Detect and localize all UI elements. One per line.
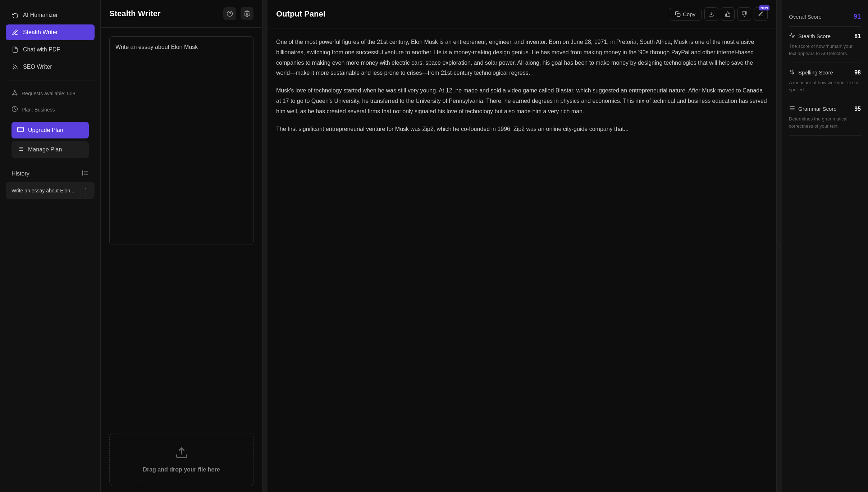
output-panel: Output Panel Copy <box>268 0 777 492</box>
copy-label: Copy <box>683 11 695 17</box>
spelling-score-desc: A measure of how well your text is spell… <box>789 79 861 93</box>
plan-info: Plan: Business <box>6 103 95 116</box>
svg-point-0 <box>13 69 14 69</box>
clock-icon <box>12 106 18 113</box>
network-icon <box>12 90 18 97</box>
input-panel-icons <box>223 7 253 20</box>
output-panel-header: Output Panel Copy <box>268 0 776 28</box>
history-header: History <box>6 169 95 182</box>
thumbs-up-button[interactable] <box>721 7 735 21</box>
edit-icon <box>12 29 19 36</box>
resize-handle-1[interactable]: ⋮ <box>262 0 268 492</box>
manage-plan-button[interactable]: Manage Plan <box>12 141 89 158</box>
sidebar-meta: Requests available: 508 Plan: Business <box>0 87 100 116</box>
svg-point-1 <box>14 90 15 91</box>
resize-handle-2[interactable]: ⋮ <box>777 0 782 492</box>
upgrade-plan-label: Upgrade Plan <box>28 127 63 133</box>
input-panel: Stealth Writer <box>101 0 262 492</box>
svg-line-4 <box>13 91 15 94</box>
overall-score-label: Overall Score <box>789 14 822 20</box>
grammar-score-desc: Determines the grammatical correctness o… <box>789 115 861 129</box>
grammar-score-header: Grammar Score 95 <box>789 105 861 113</box>
overall-score-row: Overall Score 91 <box>789 7 861 27</box>
svg-point-24 <box>246 13 248 15</box>
history-section: History Write an essay about Elon ... ⋮ <box>0 169 100 200</box>
requests-label: Requests available: 508 <box>22 91 75 96</box>
drop-zone-text: Drag and drop your file here <box>143 466 220 473</box>
input-area <box>101 28 262 427</box>
grammar-score-value: 95 <box>854 106 861 112</box>
output-header-left: Output Panel <box>276 9 325 19</box>
sidebar-item-chat-with-pdf-label: Chat with PDF <box>23 46 60 53</box>
stealth-score-title: Stealth Score <box>789 32 831 40</box>
sidebar-nav: AI Humanizer Stealth Writer Chat with PD… <box>0 7 100 75</box>
history-filter-icon[interactable] <box>82 169 89 178</box>
score-panel: Overall Score 91 Stealth Score 81 The sc… <box>782 0 868 492</box>
download-button[interactable] <box>704 7 718 21</box>
settings-button[interactable] <box>241 7 253 20</box>
output-panel-title: Output Panel <box>276 9 325 19</box>
svg-point-21 <box>82 174 83 176</box>
copy-button[interactable]: Copy <box>669 8 702 20</box>
sidebar-item-ai-humanizer-label: AI Humanizer <box>23 12 58 18</box>
svg-line-5 <box>15 91 17 94</box>
drop-zone[interactable]: Drag and drop your file here <box>109 433 253 486</box>
history-item-dots-icon[interactable]: ⋮ <box>82 187 89 195</box>
history-item[interactable]: Write an essay about Elon ... ⋮ <box>6 182 95 199</box>
sidebar: AI Humanizer Stealth Writer Chat with PD… <box>0 0 101 492</box>
stealth-score-card: Stealth Score 81 The score of how 'human… <box>789 27 861 63</box>
upload-icon <box>175 446 188 462</box>
input-panel-header: Stealth Writer <box>101 0 262 28</box>
sidebar-item-stealth-writer-label: Stealth Writer <box>23 29 58 36</box>
plan-label: Plan: Business <box>22 107 55 113</box>
help-button[interactable] <box>223 7 236 20</box>
spelling-score-title: Spelling Score <box>789 69 833 76</box>
thumbs-down-button[interactable] <box>737 7 751 21</box>
sidebar-item-chat-with-pdf[interactable]: Chat with PDF <box>6 42 95 58</box>
sidebar-divider-1 <box>6 81 95 81</box>
main-content: Stealth Writer <box>101 0 868 492</box>
input-panel-title: Stealth Writer <box>109 9 161 18</box>
requests-available: Requests available: 508 <box>6 87 95 100</box>
spelling-score-header: Spelling Score 98 <box>789 69 861 76</box>
svg-rect-26 <box>677 13 680 17</box>
stealth-score-value: 81 <box>854 33 861 40</box>
stealth-score-desc: The score of how 'human' your text appea… <box>789 43 861 57</box>
output-actions: Copy <box>669 7 768 21</box>
output-content: One of the most powerful figures of the … <box>268 28 776 492</box>
manage-plan-label: Manage Plan <box>28 146 62 153</box>
sidebar-item-seo-writer-label: SEO Writer <box>23 64 52 70</box>
history-title: History <box>12 170 29 177</box>
svg-point-19 <box>82 171 83 172</box>
svg-point-20 <box>82 173 83 174</box>
output-paragraph-1: One of the most powerful figures of the … <box>276 37 768 78</box>
spelling-score-card: Spelling Score 98 A measure of how well … <box>789 63 861 99</box>
history-item-label: Write an essay about Elon ... <box>12 188 76 193</box>
rss-icon <box>12 63 19 70</box>
new-badge: NEW <box>759 5 769 10</box>
sidebar-item-stealth-writer[interactable]: Stealth Writer <box>6 24 95 40</box>
refresh-icon <box>12 12 19 19</box>
sidebar-item-seo-writer[interactable]: SEO Writer <box>6 59 95 75</box>
grammar-score-title: Grammar Score <box>789 105 837 113</box>
svg-rect-8 <box>18 127 24 132</box>
spelling-score-value: 98 <box>854 69 861 76</box>
sidebar-item-ai-humanizer[interactable]: AI Humanizer <box>6 7 95 23</box>
upgrade-plan-button[interactable]: Upgrade Plan <box>12 122 89 138</box>
lines-icon <box>789 105 795 113</box>
upgrade-icon <box>17 126 24 134</box>
edit-output-button[interactable]: NEW <box>754 7 768 21</box>
stealth-score-header: Stealth Score 81 <box>789 32 861 40</box>
overall-score-value: 91 <box>854 13 861 20</box>
essay-input[interactable] <box>109 36 253 245</box>
output-paragraph-2: Musk's love of technology started when h… <box>276 86 768 117</box>
output-paragraph-3: The first significant entrepreneurial ve… <box>276 124 768 135</box>
grammar-score-card: Grammar Score 95 Determines the grammati… <box>789 99 861 136</box>
scale-icon <box>789 69 795 76</box>
gauge-icon <box>789 32 795 40</box>
file-icon <box>12 46 19 53</box>
bars-icon <box>17 146 24 154</box>
